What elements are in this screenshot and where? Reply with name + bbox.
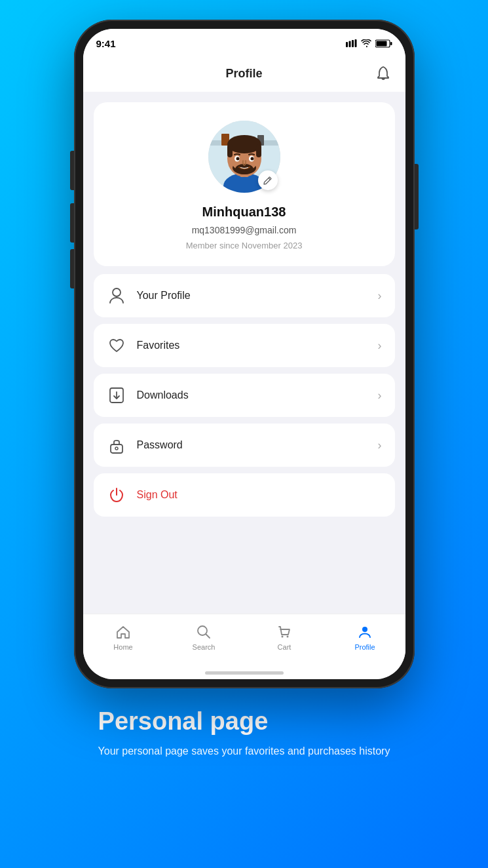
profile-card: Minhquan138 mq13081999@gmail.com Member … — [94, 102, 395, 266]
menu-item-downloads[interactable]: Downloads › — [94, 374, 395, 417]
battery-icon — [375, 39, 392, 48]
svg-point-24 — [113, 288, 121, 296]
menu-item-your-profile-label: Your Profile — [137, 290, 367, 302]
menu-item-favorites-label: Favorites — [137, 340, 367, 351]
nav-item-search[interactable]: Search — [164, 623, 244, 651]
bottom-section: Personal page Your personal page saves y… — [72, 688, 417, 772]
nav-item-home[interactable]: Home — [83, 623, 164, 651]
svg-point-29 — [282, 635, 284, 637]
chevron-right-icon: › — [378, 339, 382, 353]
svg-point-31 — [362, 627, 367, 632]
notification-bell-icon[interactable] — [374, 64, 392, 83]
svg-rect-15 — [227, 144, 233, 157]
avatar-wrapper — [208, 121, 280, 193]
status-icons — [346, 39, 392, 48]
menu-item-password[interactable]: Password › — [94, 424, 395, 467]
svg-rect-1 — [348, 41, 350, 48]
svg-rect-0 — [346, 42, 348, 47]
chevron-right-icon: › — [378, 289, 382, 303]
wifi-icon — [361, 39, 371, 47]
menu-item-downloads-label: Downloads — [137, 389, 367, 401]
svg-point-22 — [236, 157, 239, 161]
menu-item-password-label: Password — [137, 439, 367, 451]
profile-member-since: Member since November 2023 — [186, 241, 303, 250]
top-bar: Profile — [83, 58, 405, 92]
svg-rect-2 — [352, 40, 354, 47]
status-time: 9:41 — [96, 38, 116, 49]
search-icon — [195, 623, 212, 641]
heart-icon — [107, 336, 126, 355]
svg-rect-16 — [256, 144, 261, 157]
phone-wrapper: 9:41 — [74, 20, 415, 688]
cart-icon — [276, 623, 293, 641]
bottom-subtitle: Your personal page saves your favorites … — [98, 743, 390, 759]
lock-icon — [107, 435, 126, 455]
nav-item-profile[interactable]: Profile — [325, 623, 405, 651]
nav-label-home: Home — [113, 643, 132, 651]
home-icon — [115, 623, 132, 641]
svg-rect-26 — [111, 444, 122, 453]
nav-label-cart: Cart — [278, 643, 291, 651]
svg-point-30 — [287, 635, 289, 637]
menu-item-sign-out-label: Sign Out — [137, 489, 382, 501]
edit-avatar-button[interactable] — [258, 170, 278, 190]
phone-frame: 9:41 — [74, 20, 415, 688]
signal-icon — [346, 39, 357, 47]
power-icon — [107, 485, 126, 505]
profile-email: mq13081999@gmail.com — [192, 225, 297, 235]
svg-point-27 — [115, 447, 118, 450]
chevron-right-icon: › — [378, 389, 382, 403]
bottom-nav: Home Search — [83, 614, 405, 666]
menu-item-your-profile[interactable]: Your Profile › — [94, 274, 395, 317]
profile-nav-icon — [356, 623, 373, 641]
nav-label-profile: Profile — [354, 643, 375, 651]
nav-item-cart[interactable]: Cart — [244, 623, 325, 651]
svg-rect-5 — [376, 41, 386, 46]
chevron-right-icon: › — [378, 439, 382, 452]
page-title: Profile — [115, 67, 374, 81]
person-icon — [107, 286, 126, 306]
svg-rect-6 — [390, 42, 392, 45]
profile-username: Minhquan138 — [202, 205, 286, 220]
menu-item-favorites[interactable]: Favorites › — [94, 324, 395, 367]
home-bar — [205, 671, 284, 675]
download-icon — [107, 385, 126, 405]
home-indicator — [83, 666, 405, 679]
svg-rect-3 — [354, 39, 356, 47]
menu-list: Your Profile › Favorites › — [94, 274, 395, 517]
nav-label-search: Search — [193, 643, 216, 651]
svg-point-23 — [250, 157, 253, 161]
status-bar: 9:41 — [83, 29, 405, 58]
phone-screen: 9:41 — [83, 29, 405, 679]
menu-item-sign-out[interactable]: Sign Out — [94, 473, 395, 517]
bottom-title: Personal page — [98, 708, 390, 736]
